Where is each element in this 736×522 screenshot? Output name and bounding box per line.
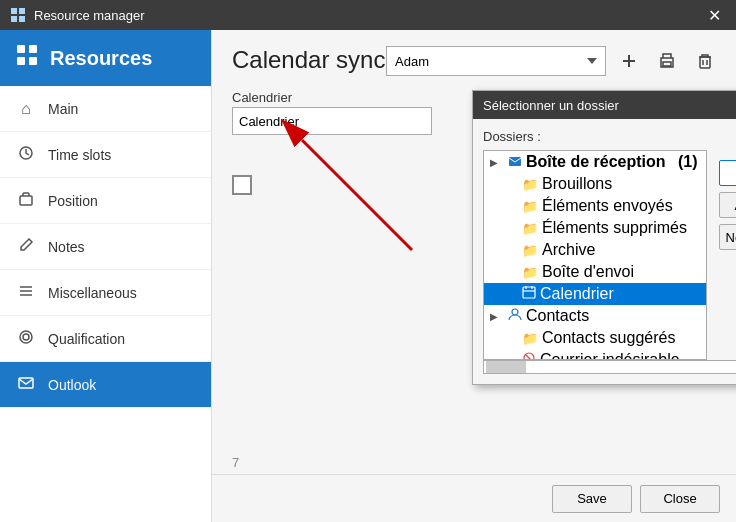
folder-item-deleted[interactable]: 📁 Éléments supprimés xyxy=(484,217,706,239)
toolbar: Adam xyxy=(386,46,720,76)
folder-label-contacts: Contacts xyxy=(526,307,589,325)
folder-item-drafts[interactable]: 📁 Brouillons xyxy=(484,173,706,195)
add-button[interactable] xyxy=(614,46,644,76)
contacts-icon xyxy=(508,307,522,325)
mail-icon xyxy=(16,375,36,395)
window-close-button[interactable]: ✕ xyxy=(702,3,726,27)
svg-point-31 xyxy=(524,353,534,360)
svg-rect-9 xyxy=(20,196,32,205)
folder-badge-inbox: (1) xyxy=(678,153,698,171)
folder-item-contacts[interactable]: ▶ Contacts xyxy=(484,305,706,327)
sidebar-label-main: Main xyxy=(48,101,78,117)
folder-label-drafts: Brouillons xyxy=(542,175,612,193)
sidebar-title: Resources xyxy=(50,47,152,70)
sidebar-header: Resources xyxy=(0,30,211,86)
svg-rect-2 xyxy=(11,16,17,22)
horizontal-scrollbar[interactable]: ▶ xyxy=(483,360,736,374)
folder-item-calendar[interactable]: Calendrier xyxy=(484,283,706,305)
svg-line-24 xyxy=(302,140,412,250)
folder-item-junk[interactable]: Courrier indésirable xyxy=(484,349,706,360)
bottom-bar: Save Close xyxy=(212,474,736,522)
folder-icon-suggested: 📁 xyxy=(522,331,538,346)
svg-rect-20 xyxy=(700,57,710,68)
svg-rect-26 xyxy=(523,287,535,298)
svg-rect-4 xyxy=(17,45,25,53)
svg-rect-6 xyxy=(17,57,25,65)
calendar-folder-icon xyxy=(522,285,536,303)
svg-rect-5 xyxy=(29,45,37,53)
list-icon xyxy=(16,283,36,303)
sidebar-label-timeslots: Time slots xyxy=(48,147,111,163)
home-icon: ⌂ xyxy=(16,100,36,118)
svg-rect-0 xyxy=(11,8,17,14)
folder-icon-deleted: 📁 xyxy=(522,221,538,236)
folder-icon-outbox: 📁 xyxy=(522,265,538,280)
dialog-ok-button[interactable]: OK xyxy=(719,160,736,186)
svg-rect-7 xyxy=(29,57,37,65)
calendar-input-field[interactable] xyxy=(232,107,432,135)
svg-rect-19 xyxy=(663,62,671,66)
sidebar-item-qualification[interactable]: Qualification xyxy=(0,316,211,362)
dialog-cancel-button[interactable]: Annuler xyxy=(719,192,736,218)
svg-rect-3 xyxy=(19,16,25,22)
folder-item-suggested[interactable]: 📁 Contacts suggérés xyxy=(484,327,706,349)
svg-rect-1 xyxy=(19,8,25,14)
svg-point-13 xyxy=(20,331,32,343)
junk-icon xyxy=(522,351,536,360)
sidebar-item-timeslots[interactable]: Time slots xyxy=(0,132,211,178)
folder-label-suggested: Contacts suggérés xyxy=(542,329,675,347)
folder-label-junk: Courrier indésirable xyxy=(540,351,680,360)
sidebar-item-outlook[interactable]: Outlook xyxy=(0,362,211,408)
folder-icon-sent: 📁 xyxy=(522,199,538,214)
folder-item-sent[interactable]: 📁 Éléments envoyés xyxy=(484,195,706,217)
folder-label-sent: Éléments envoyés xyxy=(542,197,673,215)
close-button[interactable]: Close xyxy=(640,485,720,513)
dialog-body: Dossiers : ▶ Boîte de réception (1) xyxy=(473,119,736,384)
svg-rect-15 xyxy=(19,378,33,388)
app-body: Resources ⌂ Main Time slots Position xyxy=(0,30,736,522)
sidebar-item-notes[interactable]: Notes xyxy=(0,224,211,270)
save-button[interactable]: Save xyxy=(552,485,632,513)
svg-line-32 xyxy=(526,355,532,360)
sidebar-label-miscellaneous: Miscellaneous xyxy=(48,285,137,301)
dialog-title: Sélectionner un dossier xyxy=(483,98,736,113)
sidebar-header-icon xyxy=(16,44,38,72)
delete-button[interactable] xyxy=(690,46,720,76)
svg-point-14 xyxy=(23,334,29,340)
folder-label-outbox: Boîte d'envoi xyxy=(542,263,634,281)
folder-icon-archive: 📁 xyxy=(522,243,538,258)
resource-select[interactable]: Adam xyxy=(386,46,606,76)
folder-label-inbox: Boîte de réception xyxy=(526,153,666,171)
folder-list[interactable]: ▶ Boîte de réception (1) 📁 Brouillons xyxy=(483,150,707,360)
window-title: Resource manager xyxy=(34,8,702,23)
sidebar-label-qualification: Qualification xyxy=(48,331,125,347)
folder-label-archive: Archive xyxy=(542,241,595,259)
folder-select-dialog: Sélectionner un dossier ✕ Dossiers : ▶ B… xyxy=(472,90,736,385)
dialog-content-row: ▶ Boîte de réception (1) 📁 Brouillons xyxy=(483,150,736,360)
folder-item-inbox[interactable]: ▶ Boîte de réception (1) xyxy=(484,151,706,173)
dialog-new-button[interactable]: Nouveau... xyxy=(719,224,736,250)
briefcase-icon xyxy=(16,191,36,211)
target-icon xyxy=(16,329,36,349)
dialog-folders-label: Dossiers : xyxy=(483,129,736,144)
app-icon xyxy=(10,7,26,23)
page-number: 7 xyxy=(232,455,239,470)
folder-item-outbox[interactable]: 📁 Boîte d'envoi xyxy=(484,261,706,283)
dialog-title-bar: Sélectionner un dossier ✕ xyxy=(473,91,736,119)
folder-item-archive[interactable]: 📁 Archive xyxy=(484,239,706,261)
sidebar-item-miscellaneous[interactable]: Miscellaneous xyxy=(0,270,211,316)
clock-icon xyxy=(16,145,36,165)
sidebar-label-position: Position xyxy=(48,193,98,209)
calendar-checkbox[interactable] xyxy=(232,175,252,195)
svg-point-30 xyxy=(512,309,518,315)
title-bar: Resource manager ✕ xyxy=(0,0,736,30)
folder-label-deleted: Éléments supprimés xyxy=(542,219,687,237)
sidebar-item-position[interactable]: Position xyxy=(0,178,211,224)
sidebar-label-notes: Notes xyxy=(48,239,85,255)
sidebar-item-main[interactable]: ⌂ Main xyxy=(0,86,211,132)
folder-label-calendar: Calendrier xyxy=(540,285,614,303)
folder-icon-drafts: 📁 xyxy=(522,177,538,192)
print-button[interactable] xyxy=(652,46,682,76)
sidebar-label-outlook: Outlook xyxy=(48,377,96,393)
dialog-buttons: OK Annuler Nouveau... xyxy=(713,150,736,360)
